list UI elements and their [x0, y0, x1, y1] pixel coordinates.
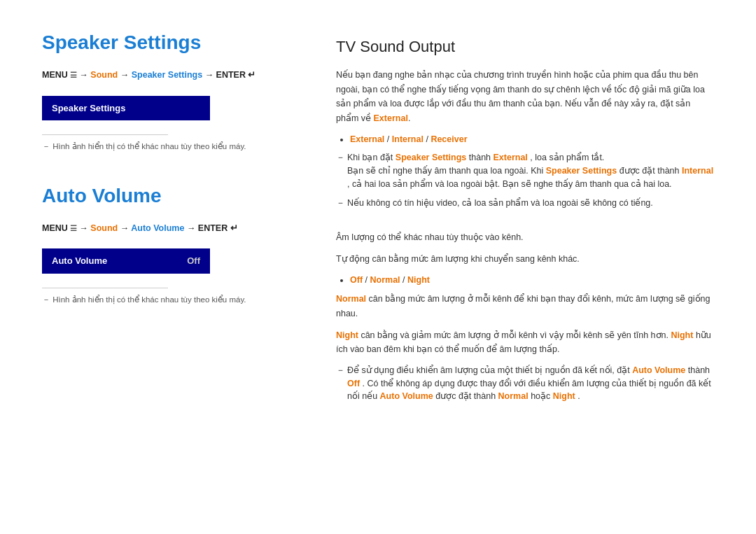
tv-sound-bullet-list: External / Internal / Receiver [350, 133, 714, 146]
bullet-item-1: External / Internal / Receiver [350, 133, 714, 146]
auto-vol-dash: Để sử dụng điều khiển âm lượng của một t… [336, 364, 714, 403]
bullet-off: Off [350, 275, 363, 285]
speaker-settings-ui-box: Speaker Settings [42, 96, 210, 121]
external-ref1: External [493, 153, 528, 162]
auto-volume-ref1: Auto Volume [632, 365, 685, 375]
night-ref1: Night [553, 391, 575, 401]
divider-2 [42, 288, 168, 288]
speaker-settings-ref2: Speaker Settings [546, 166, 617, 176]
external-highlight-1: External [374, 113, 408, 123]
arrow1-s2: → [79, 223, 88, 233]
speaker-settings-ref1: Speaker Settings [396, 153, 466, 162]
enter-icon-s1: ↵ [248, 70, 255, 80]
bullet-item-off-normal-night: Off / Normal / Night [350, 274, 714, 287]
tv-sound-dash1: Khi bạn đặt Speaker Settings thành Exter… [336, 151, 714, 190]
normal-description: Normal cân bằng mức âm lượng ở mỗi kênh … [336, 292, 714, 321]
right-column: TV Sound Output Nếu bạn đang nghe bản nh… [336, 28, 714, 506]
left-column: Speaker Settings MENU ☰ → Sound → Speake… [42, 28, 308, 506]
arrow1-s1: → [79, 70, 88, 80]
auto-volume-right-section: Âm lượng có thể khác nhau tùy thuộc vào … [336, 230, 714, 403]
menu-icon-2: ☰ [70, 224, 79, 232]
tv-sound-para1: Nếu bạn đang nghe bản nhạc của chương tr… [336, 68, 714, 126]
auto-volume-box-label: Auto Volume [52, 254, 107, 268]
speaker-settings-title: Speaker Settings [42, 28, 308, 57]
night-description: Night cân bằng và giảm mức âm lượng ở mỗ… [336, 328, 714, 357]
enter-label-s2: ENTER [198, 223, 227, 233]
auto-volume-title: Auto Volume [42, 181, 308, 211]
enter-label-s1: ENTER [216, 70, 246, 80]
speaker-settings-menu-path: MENU ☰ → Sound → Speaker Settings → ENTE… [42, 69, 308, 82]
auto-vol-para1: Âm lượng có thể khác nhau tùy thuộc vào … [336, 230, 714, 245]
auto-volume-box-value: Off [187, 254, 200, 268]
auto-volume-section: Auto Volume MENU ☰ → Sound → Auto Volume… [42, 181, 308, 307]
note-1: Hình ảnh hiển thị có thể khác nhau tùy t… [42, 141, 308, 153]
arrow2-s1: → [120, 70, 132, 80]
arrow3-s1: → [205, 70, 216, 80]
menu-prefix-2: MENU [42, 223, 68, 233]
speaker-settings-section: Speaker Settings MENU ☰ → Sound → Speake… [42, 28, 308, 153]
arrow2-s2: → [120, 223, 132, 233]
sound-link-2: Sound [90, 223, 118, 233]
note-2: Hình ảnh hiển thị có thể khác nhau tùy t… [42, 294, 308, 306]
night-label-2: Night [671, 330, 693, 340]
auto-volume-link: Auto Volume [131, 223, 184, 233]
menu-prefix: MENU [42, 70, 68, 80]
bullet-night: Night [407, 275, 430, 285]
bullet-external: External [350, 134, 384, 144]
bullet-normal: Normal [370, 275, 400, 285]
sound-link-1: Sound [90, 70, 118, 80]
arrow3-s2: → [187, 223, 198, 233]
internal-ref1: Internal [682, 166, 713, 176]
night-label: Night [336, 330, 358, 340]
speaker-settings-box-label: Speaker Settings [52, 103, 126, 113]
normal-ref1: Normal [498, 391, 528, 401]
menu-icon-1: ☰ [70, 71, 79, 79]
tv-sound-output-title: TV Sound Output [336, 35, 714, 58]
auto-vol-bullet-list: Off / Normal / Night [350, 274, 714, 287]
divider-1 [42, 134, 168, 135]
normal-label: Normal [336, 294, 366, 304]
auto-volume-menu-path: MENU ☰ → Sound → Auto Volume → ENTER ↵ [42, 222, 308, 235]
tv-sound-dash2: Nếu không có tín hiệu video, cả loa sản … [336, 197, 714, 210]
auto-volume-ui-box: Auto Volume Off [42, 248, 210, 274]
tv-sound-output-section: TV Sound Output Nếu bạn đang nghe bản nh… [336, 35, 714, 209]
auto-vol-para2: Tự động cân bằng mức âm lượng khi chuyển… [336, 252, 714, 267]
bullet-internal: Internal [392, 134, 424, 144]
speaker-settings-link: Speaker Settings [132, 70, 202, 80]
auto-volume-ref2: Auto Volume [380, 391, 433, 401]
enter-icon-s2: ↵ [230, 223, 238, 233]
off-ref1: Off [347, 379, 360, 388]
bullet-receiver: Receiver [430, 134, 467, 144]
